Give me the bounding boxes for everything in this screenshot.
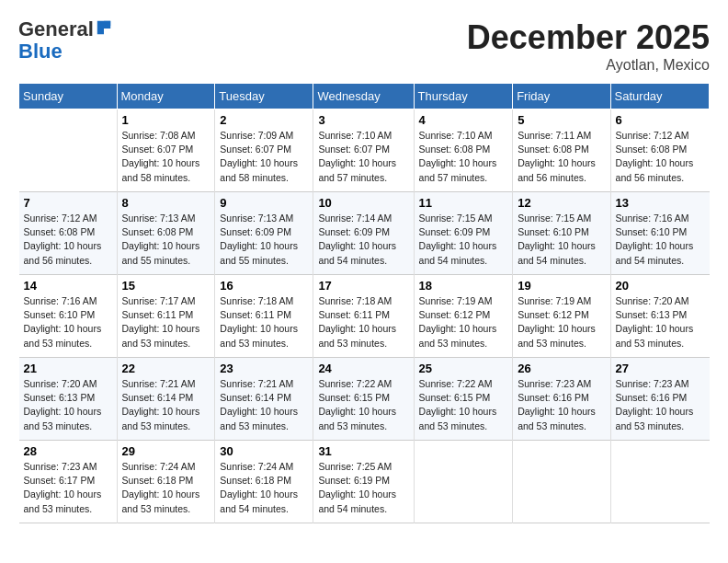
calendar-cell bbox=[19, 109, 118, 192]
day-info: Sunrise: 7:23 AM Sunset: 6:17 PM Dayligh… bbox=[24, 460, 112, 516]
calendar-cell: 25Sunrise: 7:22 AM Sunset: 6:15 PM Dayli… bbox=[414, 358, 513, 441]
day-number: 18 bbox=[419, 279, 508, 293]
day-number: 28 bbox=[24, 444, 112, 458]
header-day-monday: Monday bbox=[117, 84, 215, 109]
day-number: 20 bbox=[616, 279, 705, 293]
day-number: 5 bbox=[518, 113, 605, 127]
day-info: Sunrise: 7:20 AM Sunset: 6:13 PM Dayligh… bbox=[616, 294, 705, 350]
day-info: Sunrise: 7:21 AM Sunset: 6:14 PM Dayligh… bbox=[220, 377, 308, 433]
day-number: 25 bbox=[419, 362, 508, 375]
calendar-cell bbox=[610, 441, 709, 523]
day-number: 29 bbox=[122, 444, 210, 458]
day-number: 16 bbox=[220, 279, 308, 293]
calendar-cell: 6Sunrise: 7:12 AM Sunset: 6:08 PM Daylig… bbox=[610, 109, 709, 192]
day-info: Sunrise: 7:10 AM Sunset: 6:07 PM Dayligh… bbox=[318, 129, 408, 185]
day-number: 21 bbox=[24, 362, 112, 375]
day-info: Sunrise: 7:14 AM Sunset: 6:09 PM Dayligh… bbox=[318, 212, 408, 268]
calendar-table: SundayMondayTuesdayWednesdayThursdayFrid… bbox=[18, 83, 710, 523]
calendar-cell: 1Sunrise: 7:08 AM Sunset: 6:07 PM Daylig… bbox=[117, 109, 215, 192]
calendar-cell: 28Sunrise: 7:23 AM Sunset: 6:17 PM Dayli… bbox=[19, 441, 118, 523]
day-number: 9 bbox=[220, 196, 308, 210]
header-day-tuesday: Tuesday bbox=[215, 84, 313, 109]
calendar-cell: 7Sunrise: 7:12 AM Sunset: 6:08 PM Daylig… bbox=[19, 192, 118, 275]
day-info: Sunrise: 7:18 AM Sunset: 6:11 PM Dayligh… bbox=[220, 294, 308, 350]
calendar-cell: 3Sunrise: 7:10 AM Sunset: 6:07 PM Daylig… bbox=[313, 109, 414, 192]
day-number: 10 bbox=[318, 196, 408, 210]
calendar-cell: 19Sunrise: 7:19 AM Sunset: 6:12 PM Dayli… bbox=[513, 275, 610, 358]
day-number: 4 bbox=[419, 113, 508, 127]
calendar-cell: 26Sunrise: 7:23 AM Sunset: 6:16 PM Dayli… bbox=[513, 358, 610, 441]
day-info: Sunrise: 7:16 AM Sunset: 6:10 PM Dayligh… bbox=[24, 294, 112, 350]
calendar-cell: 17Sunrise: 7:18 AM Sunset: 6:11 PM Dayli… bbox=[313, 275, 414, 358]
day-number: 12 bbox=[518, 196, 605, 210]
calendar-cell: 11Sunrise: 7:15 AM Sunset: 6:09 PM Dayli… bbox=[414, 192, 513, 275]
page-header: General Blue December 2025 Ayotlan, Mexi… bbox=[18, 18, 710, 74]
calendar-cell bbox=[414, 441, 513, 523]
header-day-sunday: Sunday bbox=[19, 84, 118, 109]
day-info: Sunrise: 7:19 AM Sunset: 6:12 PM Dayligh… bbox=[419, 294, 508, 350]
calendar-cell: 2Sunrise: 7:09 AM Sunset: 6:07 PM Daylig… bbox=[215, 109, 313, 192]
week-row-5: 28Sunrise: 7:23 AM Sunset: 6:17 PM Dayli… bbox=[19, 441, 710, 523]
calendar-cell: 5Sunrise: 7:11 AM Sunset: 6:08 PM Daylig… bbox=[513, 109, 610, 192]
day-info: Sunrise: 7:15 AM Sunset: 6:09 PM Dayligh… bbox=[419, 212, 508, 268]
week-row-1: 1Sunrise: 7:08 AM Sunset: 6:07 PM Daylig… bbox=[19, 109, 710, 192]
day-number: 8 bbox=[122, 196, 210, 210]
day-info: Sunrise: 7:13 AM Sunset: 6:08 PM Dayligh… bbox=[122, 212, 210, 268]
calendar-cell: 27Sunrise: 7:23 AM Sunset: 6:16 PM Dayli… bbox=[610, 358, 709, 441]
day-info: Sunrise: 7:12 AM Sunset: 6:08 PM Dayligh… bbox=[616, 129, 705, 185]
day-info: Sunrise: 7:16 AM Sunset: 6:10 PM Dayligh… bbox=[616, 212, 705, 268]
calendar-cell: 31Sunrise: 7:25 AM Sunset: 6:19 PM Dayli… bbox=[313, 441, 414, 523]
day-number: 3 bbox=[318, 113, 408, 127]
day-info: Sunrise: 7:22 AM Sunset: 6:15 PM Dayligh… bbox=[318, 377, 408, 433]
day-number: 1 bbox=[122, 113, 210, 127]
header-day-wednesday: Wednesday bbox=[313, 84, 414, 109]
calendar-cell: 14Sunrise: 7:16 AM Sunset: 6:10 PM Dayli… bbox=[19, 275, 118, 358]
day-number: 31 bbox=[318, 444, 408, 458]
week-row-4: 21Sunrise: 7:20 AM Sunset: 6:13 PM Dayli… bbox=[19, 358, 710, 441]
calendar-cell: 16Sunrise: 7:18 AM Sunset: 6:11 PM Dayli… bbox=[215, 275, 313, 358]
day-info: Sunrise: 7:24 AM Sunset: 6:18 PM Dayligh… bbox=[122, 460, 210, 516]
day-number: 24 bbox=[318, 362, 408, 375]
logo: General Blue bbox=[18, 18, 112, 63]
calendar-cell: 4Sunrise: 7:10 AM Sunset: 6:08 PM Daylig… bbox=[414, 109, 513, 192]
calendar-cell: 22Sunrise: 7:21 AM Sunset: 6:14 PM Dayli… bbox=[117, 358, 215, 441]
day-info: Sunrise: 7:12 AM Sunset: 6:08 PM Dayligh… bbox=[24, 212, 112, 268]
day-number: 27 bbox=[616, 362, 705, 375]
day-info: Sunrise: 7:25 AM Sunset: 6:19 PM Dayligh… bbox=[318, 460, 408, 516]
day-info: Sunrise: 7:09 AM Sunset: 6:07 PM Dayligh… bbox=[220, 129, 308, 185]
day-info: Sunrise: 7:23 AM Sunset: 6:16 PM Dayligh… bbox=[616, 377, 705, 433]
logo-flag-icon bbox=[96, 19, 112, 36]
title-block: December 2025 Ayotlan, Mexico bbox=[467, 18, 710, 74]
day-info: Sunrise: 7:10 AM Sunset: 6:08 PM Dayligh… bbox=[419, 129, 508, 185]
svg-marker-1 bbox=[104, 21, 110, 26]
week-row-2: 7Sunrise: 7:12 AM Sunset: 6:08 PM Daylig… bbox=[19, 192, 710, 275]
day-number: 22 bbox=[122, 362, 210, 375]
header-row: SundayMondayTuesdayWednesdayThursdayFrid… bbox=[19, 84, 710, 109]
calendar-cell: 23Sunrise: 7:21 AM Sunset: 6:14 PM Dayli… bbox=[215, 358, 313, 441]
day-info: Sunrise: 7:15 AM Sunset: 6:10 PM Dayligh… bbox=[518, 212, 605, 268]
location: Ayotlan, Mexico bbox=[467, 57, 710, 74]
day-number: 15 bbox=[122, 279, 210, 293]
day-info: Sunrise: 7:17 AM Sunset: 6:11 PM Dayligh… bbox=[122, 294, 210, 350]
day-info: Sunrise: 7:22 AM Sunset: 6:15 PM Dayligh… bbox=[419, 377, 508, 433]
day-number: 13 bbox=[616, 196, 705, 210]
calendar-cell: 9Sunrise: 7:13 AM Sunset: 6:09 PM Daylig… bbox=[215, 192, 313, 275]
calendar-cell: 29Sunrise: 7:24 AM Sunset: 6:18 PM Dayli… bbox=[117, 441, 215, 523]
day-info: Sunrise: 7:11 AM Sunset: 6:08 PM Dayligh… bbox=[518, 129, 605, 185]
day-number: 6 bbox=[616, 113, 705, 127]
day-info: Sunrise: 7:20 AM Sunset: 6:13 PM Dayligh… bbox=[24, 377, 112, 433]
week-row-3: 14Sunrise: 7:16 AM Sunset: 6:10 PM Dayli… bbox=[19, 275, 710, 358]
day-info: Sunrise: 7:23 AM Sunset: 6:16 PM Dayligh… bbox=[518, 377, 605, 433]
day-number: 14 bbox=[24, 279, 112, 293]
day-info: Sunrise: 7:24 AM Sunset: 6:18 PM Dayligh… bbox=[220, 460, 308, 516]
day-info: Sunrise: 7:21 AM Sunset: 6:14 PM Dayligh… bbox=[122, 377, 210, 433]
day-info: Sunrise: 7:18 AM Sunset: 6:11 PM Dayligh… bbox=[318, 294, 408, 350]
day-info: Sunrise: 7:19 AM Sunset: 6:12 PM Dayligh… bbox=[518, 294, 605, 350]
calendar-cell: 18Sunrise: 7:19 AM Sunset: 6:12 PM Dayli… bbox=[414, 275, 513, 358]
calendar-cell: 20Sunrise: 7:20 AM Sunset: 6:13 PM Dayli… bbox=[610, 275, 709, 358]
calendar-cell bbox=[513, 441, 610, 523]
logo-general: General bbox=[18, 17, 94, 40]
day-info: Sunrise: 7:13 AM Sunset: 6:09 PM Dayligh… bbox=[220, 212, 308, 268]
calendar-cell: 15Sunrise: 7:17 AM Sunset: 6:11 PM Dayli… bbox=[117, 275, 215, 358]
day-number: 19 bbox=[518, 279, 605, 293]
